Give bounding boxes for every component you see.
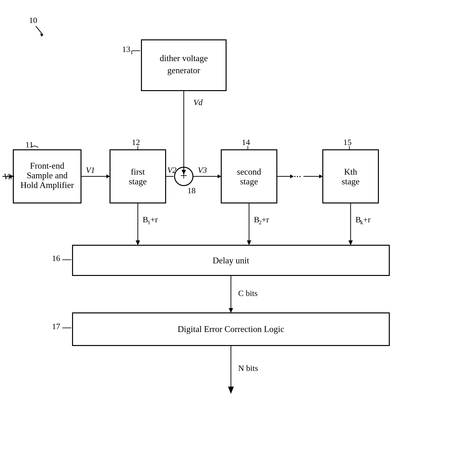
ref-18: 18	[187, 186, 196, 195]
vd-label: Vd	[193, 98, 203, 107]
b1r-plus: +r	[150, 215, 158, 224]
ref-15: 15	[343, 138, 352, 147]
plus-sign: +	[180, 169, 187, 182]
ref-16: 16	[52, 254, 60, 263]
diagram-container: 10 dither voltage generator 13 Vd Front-…	[0, 0, 464, 476]
v3-label: V3	[198, 166, 207, 175]
svg-marker-11	[319, 175, 323, 178]
first-stage-text-2: stage	[129, 177, 147, 186]
second-stage-text-1: second	[237, 167, 261, 177]
kth-stage-text-1: Kth	[344, 167, 357, 177]
ref-14: 14	[242, 138, 250, 147]
svg-marker-13	[136, 240, 140, 245]
svg-marker-6	[106, 175, 110, 178]
svg-marker-10	[290, 175, 294, 178]
ellipsis: ···	[294, 171, 301, 182]
kth-stage-text-2: stage	[342, 177, 359, 186]
svg-marker-14	[247, 240, 251, 245]
svg-marker-15	[348, 240, 353, 245]
first-stage-text-1: first	[131, 167, 145, 177]
v1-label: V1	[86, 166, 95, 175]
ref-11: 11	[25, 140, 33, 149]
svg-marker-8	[218, 175, 221, 178]
b2r-plus: +r	[262, 215, 269, 224]
frontend-text-2: Sample and	[27, 171, 68, 180]
bkr-sub: k	[360, 219, 363, 225]
ref-10: 10	[29, 16, 37, 25]
ref-13: 13	[122, 45, 130, 54]
dither-text-2: generator	[167, 65, 200, 75]
b2r-sub: 2	[259, 219, 262, 225]
bkr-plus: +r	[363, 215, 371, 224]
second-stage-text-2: stage	[240, 177, 258, 186]
delay-unit-text: Delay unit	[213, 256, 249, 265]
svg-line-0	[36, 26, 43, 35]
decl-text: Digital Error Correction Logic	[178, 324, 284, 334]
frontend-text-1: Front-end	[30, 161, 64, 171]
dither-block	[141, 40, 226, 91]
nbits-label: N bits	[238, 364, 258, 373]
svg-marker-17	[229, 308, 233, 313]
svg-marker-1	[40, 33, 43, 37]
b1r-sub: 1	[147, 219, 150, 225]
ref-12: 12	[132, 138, 140, 147]
cbits-label: C bits	[238, 289, 258, 298]
dither-text-1: dither voltage	[160, 53, 208, 63]
frontend-text-3: Hold Amplifier	[20, 180, 74, 190]
svg-marker-19	[228, 387, 234, 394]
ref-17: 17	[52, 322, 60, 331]
